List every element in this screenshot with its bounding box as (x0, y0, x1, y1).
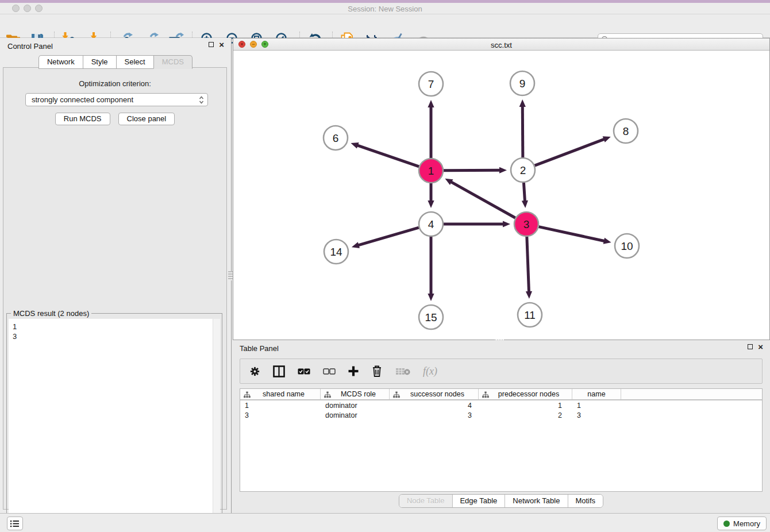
graph-node-11[interactable]: 11 (518, 303, 542, 327)
graph-node-14[interactable]: 14 (324, 240, 348, 264)
list-icon (10, 520, 20, 527)
show-columns-icon[interactable] (273, 365, 285, 377)
cell-successor-nodes[interactable]: 3 (390, 411, 479, 419)
graph-node-3[interactable]: 3 (514, 212, 538, 236)
column-header-name[interactable]: name (572, 389, 621, 399)
graph-edge-3-10[interactable] (538, 227, 611, 244)
graph-edge-3-1[interactable] (445, 179, 515, 218)
graph-node-9[interactable]: 9 (510, 71, 534, 95)
graph-edge-4-3[interactable] (444, 221, 510, 227)
close-panel-icon[interactable]: × (219, 42, 224, 47)
cell-successor-nodes[interactable]: 4 (390, 402, 479, 410)
svg-text:6: 6 (333, 132, 339, 144)
run-mcds-button[interactable]: Run MCDS (55, 113, 110, 125)
network-window-titlebar[interactable]: × − + scc.txt (233, 38, 769, 51)
cell-predecessor-nodes[interactable]: 2 (479, 411, 572, 419)
table-row[interactable]: 3dominator323 (240, 410, 762, 420)
graph-node-4[interactable]: 4 (419, 212, 443, 236)
table-panel-title: Table Panel (240, 344, 279, 353)
close-table-panel-icon[interactable]: × (758, 344, 763, 349)
float-panel-icon[interactable] (209, 42, 214, 47)
graph-node-10[interactable]: 10 (615, 234, 639, 258)
svg-text:15: 15 (425, 311, 437, 323)
svg-text:4: 4 (428, 218, 434, 230)
table-panel-tabs: Node TableEdge TableNetwork TableMotifs (399, 494, 603, 508)
mcds-result-groupbox: MCDS result (2 nodes) 1 3 (6, 313, 222, 531)
network-graph[interactable]: 7968124314101511 (233, 51, 769, 340)
mcds-panel: Optimization criterion: strongly connect… (3, 67, 227, 510)
graph-edge-1-4[interactable] (428, 183, 434, 208)
criterion-dropdown[interactable]: strongly connected component (25, 93, 208, 106)
graph-edge-1-2[interactable] (444, 167, 507, 174)
graph-node-15[interactable]: 15 (419, 305, 443, 329)
tab-network-table[interactable]: Network Table (505, 495, 568, 507)
network-canvas[interactable]: 7968124314101511 (233, 51, 769, 340)
cell-shared-name[interactable]: 3 (240, 411, 321, 419)
tab-style[interactable]: Style (83, 55, 116, 69)
svg-text:9: 9 (519, 78, 526, 90)
close-panel-button[interactable]: Close panel (118, 113, 175, 125)
select-all-checkboxes-icon[interactable] (298, 368, 310, 375)
criterion-value: strongly connected component (32, 95, 133, 104)
cell-MCDS-role[interactable]: dominator (321, 411, 390, 419)
cell-MCDS-role[interactable]: dominator (321, 402, 390, 410)
node-table[interactable]: shared nameMCDS rolesuccessor nodesprede… (240, 388, 763, 492)
tab-mcds[interactable]: MCDS (153, 55, 192, 69)
main-toolbar (0, 14, 770, 38)
graph-edge-2-8[interactable] (535, 136, 611, 165)
control-panel-title: Control Panel (7, 42, 53, 51)
vertical-splitter-grip[interactable] (228, 271, 233, 280)
mcds-result-textarea[interactable]: 1 3 (9, 319, 220, 529)
graph-edge-1-7[interactable] (428, 100, 434, 158)
graph-edge-4-14[interactable] (352, 228, 419, 248)
optimization-criterion-label: Optimization criterion: (3, 79, 226, 88)
memory-button[interactable]: Memory (717, 516, 767, 530)
window-titlebar: Session: New Session (0, 0, 770, 14)
tab-select[interactable]: Select (116, 55, 153, 69)
tab-node-table[interactable]: Node Table (399, 495, 453, 507)
task-history-button[interactable] (7, 516, 23, 530)
svg-text:3: 3 (523, 218, 530, 230)
mcds-result-lines: 1 3 (9, 319, 220, 341)
column-header-MCDS-role[interactable]: MCDS role (321, 389, 390, 399)
graph-node-1[interactable]: 1 (419, 159, 443, 183)
dropdown-stepper-icon (199, 95, 204, 105)
svg-text:7: 7 (428, 78, 434, 90)
column-header-successor-nodes[interactable]: successor nodes (390, 389, 479, 399)
column-header-predecessor-nodes[interactable]: predecessor nodes (479, 389, 572, 399)
deselect-all-checkboxes-icon[interactable] (323, 368, 336, 375)
table-settings-gear-icon[interactable] (249, 366, 260, 377)
cell-name[interactable]: 3 (572, 411, 621, 419)
cell-name[interactable]: 1 (572, 402, 621, 410)
delete-rows-trash-icon[interactable] (371, 365, 383, 377)
graph-node-8[interactable]: 8 (614, 119, 638, 143)
graph-edge-4-15[interactable] (428, 237, 434, 301)
graph-node-2[interactable]: 2 (511, 158, 535, 182)
function-builder-icon[interactable]: f(x) (423, 365, 437, 377)
graph-node-7[interactable]: 7 (419, 72, 443, 96)
svg-text:14: 14 (330, 246, 342, 258)
titlebar-accent-strip (0, 0, 770, 3)
graph-edge-3-11[interactable] (526, 237, 532, 299)
add-row-icon[interactable] (348, 366, 359, 376)
memory-button-label: Memory (733, 519, 760, 528)
result-scrollbar[interactable] (213, 319, 220, 529)
graph-node-6[interactable]: 6 (324, 126, 348, 150)
graph-edge-1-6[interactable] (351, 142, 419, 167)
window-title: Session: New Session (0, 5, 770, 13)
control-panel: Control Panel × NetworkStyleSelectMCDS O… (0, 38, 232, 513)
table-row[interactable]: 1dominator411 (240, 400, 762, 410)
control-panel-tabs: NetworkStyleSelectMCDS (0, 55, 231, 69)
delete-table-icon[interactable] (395, 367, 410, 376)
table-panel: Table Panel × (232, 340, 770, 513)
graph-edge-2-3[interactable] (522, 183, 528, 208)
float-table-panel-icon[interactable] (748, 344, 753, 349)
svg-text:1: 1 (428, 165, 434, 177)
tab-network[interactable]: Network (38, 55, 83, 69)
tab-motifs[interactable]: Motifs (568, 495, 603, 507)
graph-edge-2-9[interactable] (519, 99, 526, 157)
column-header-shared-name[interactable]: shared name (240, 389, 321, 399)
cell-predecessor-nodes[interactable]: 1 (479, 402, 572, 410)
tab-edge-table[interactable]: Edge Table (452, 495, 505, 507)
cell-shared-name[interactable]: 1 (240, 402, 321, 410)
